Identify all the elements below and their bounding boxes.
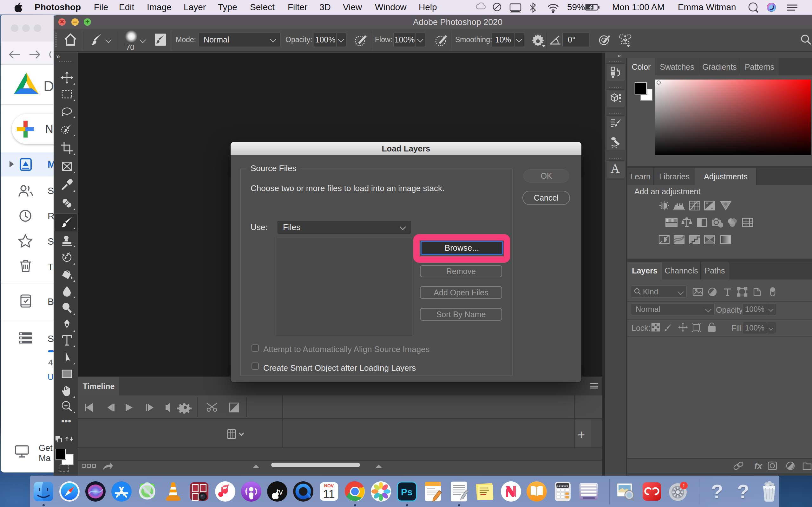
svg-text:Ps: Ps: [401, 487, 413, 497]
svg-text:fx: fx: [754, 461, 763, 471]
svg-text:tv: tv: [276, 487, 283, 496]
svg-text:1: 1: [682, 483, 685, 488]
svg-text:11: 11: [323, 488, 335, 501]
svg-text:3.141593: 3.141593: [556, 484, 568, 487]
